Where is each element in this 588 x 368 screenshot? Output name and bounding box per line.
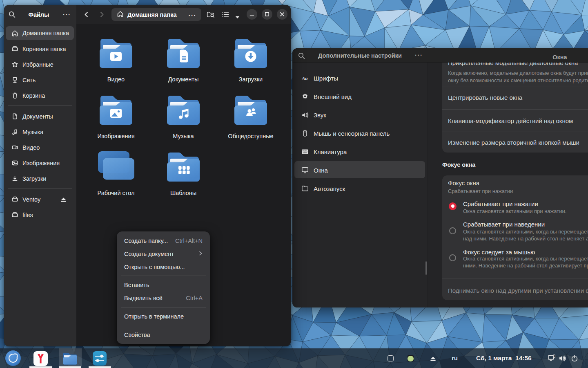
- svg-text:Aa: Aa: [301, 76, 308, 81]
